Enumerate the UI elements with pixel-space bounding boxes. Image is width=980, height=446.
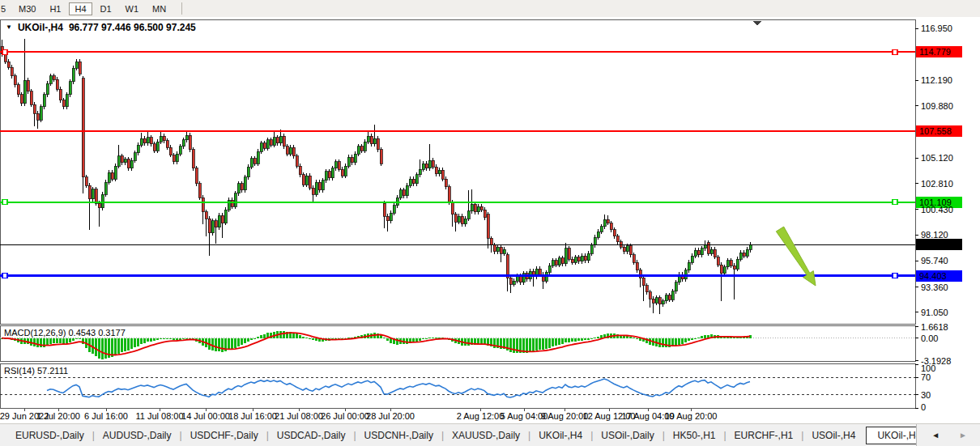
svg-text:9 Aug 20:00: 9 Aug 20:00 bbox=[541, 411, 589, 421]
symbol-tab-ukoil-h4[interactable]: UKOil-,H4 bbox=[866, 427, 916, 444]
svg-text:100: 100 bbox=[921, 363, 935, 373]
timeframe-button-mn[interactable]: MN bbox=[147, 2, 172, 15]
symbol-tab-eurchf-h1[interactable]: EURCHF-,H1 bbox=[727, 427, 801, 444]
svg-text:19 Aug 20:00: 19 Aug 20:00 bbox=[665, 411, 718, 421]
rsi-indicator-label: RSI(14) 57.2111 bbox=[4, 366, 68, 376]
timeframe-button-w1[interactable]: W1 bbox=[120, 2, 145, 15]
svg-text:102.810: 102.810 bbox=[921, 179, 953, 189]
timeframe-button-m30[interactable]: M30 bbox=[13, 2, 41, 15]
symbol-tab-hk50-h1[interactable]: HK50-,H1 bbox=[666, 427, 723, 444]
svg-text:95.740: 95.740 bbox=[921, 256, 948, 265]
svg-text:11 Jul 08:00: 11 Jul 08:00 bbox=[135, 411, 183, 421]
svg-text:26 Jul 00:00: 26 Jul 00:00 bbox=[321, 411, 369, 421]
svg-text:100.430: 100.430 bbox=[921, 205, 953, 215]
symbol-tab-xauusd-daily[interactable]: XAUUSD-,Daily bbox=[445, 427, 527, 444]
svg-text:0.00: 0.00 bbox=[921, 333, 938, 343]
svg-text:107.558: 107.558 bbox=[919, 126, 952, 136]
svg-text:93.360: 93.360 bbox=[921, 282, 948, 292]
svg-text:105.120: 105.120 bbox=[921, 153, 953, 163]
timeframe-button-d1[interactable]: D1 bbox=[95, 2, 117, 15]
svg-text:30: 30 bbox=[921, 390, 931, 400]
symbol-tab-usoil-h4[interactable]: USOil-,H4 bbox=[804, 427, 863, 444]
timeframe-button-h4[interactable]: H4 bbox=[69, 2, 92, 15]
symbol-tab-eurusd-daily[interactable]: EURUSD-,Daily bbox=[8, 427, 92, 444]
svg-text:18 Jul 16:00: 18 Jul 16:00 bbox=[228, 411, 277, 421]
svg-text:2 Aug 12:00: 2 Aug 12:00 bbox=[457, 411, 505, 421]
chart-title: ▼ UKOil-,H4 96.777 97.446 96.500 97.245 bbox=[6, 22, 196, 33]
tab-scroll-right-icon[interactable]: ► bbox=[959, 431, 967, 440]
svg-text:116.950: 116.950 bbox=[921, 23, 952, 33]
tab-scroll-arrows: ◄ ► bbox=[916, 424, 980, 446]
svg-text:21 Jul 08:00: 21 Jul 08:00 bbox=[275, 411, 323, 421]
svg-text:114.779: 114.779 bbox=[919, 47, 951, 57]
chart-symbol-label: UKOil-,H4 bbox=[18, 22, 63, 33]
svg-text:1.6618: 1.6618 bbox=[921, 322, 948, 332]
svg-text:112.190: 112.190 bbox=[921, 75, 952, 85]
svg-text:0: 0 bbox=[921, 402, 926, 412]
symbol-tab-usdchf-daily[interactable]: USDCHF-,Daily bbox=[183, 427, 266, 444]
svg-text:94.403: 94.403 bbox=[919, 271, 947, 281]
toolbar-separator bbox=[181, 2, 182, 15]
svg-text:98.120: 98.120 bbox=[921, 230, 948, 240]
svg-text:109.880: 109.880 bbox=[921, 101, 953, 111]
chart-tab-bar: EURUSD-,Daily|AUDUSD-,Daily|USDCHF-,Dail… bbox=[0, 423, 980, 446]
chart-canvas[interactable]: 114.779107.558101.10994.40397.245116.950… bbox=[0, 17, 980, 423]
symbol-tab-usoil-daily[interactable]: USOil-,Daily bbox=[594, 427, 661, 444]
timeframe-buttons: M30H1H4D1W1MN bbox=[13, 2, 174, 15]
symbol-tab-audusd-daily[interactable]: AUDUSD-,Daily bbox=[96, 427, 179, 444]
timeframe-toolbar: 5 M30H1H4D1W1MN bbox=[0, 0, 980, 18]
macd-indicator-label: MACD(12,26,9) 0.4543 0.3177 bbox=[4, 328, 126, 338]
symbol-tab-usdcad-daily[interactable]: USDCAD-,Daily bbox=[270, 427, 353, 444]
svg-text:91.050: 91.050 bbox=[921, 308, 948, 317]
mt4-terminal: 5 M30H1H4D1W1MN ▼ UKOil-,H4 96.777 97.44… bbox=[0, 0, 980, 446]
svg-text:1 Jul 20:00: 1 Jul 20:00 bbox=[36, 411, 80, 421]
dropdown-triangle-icon: ▼ bbox=[6, 23, 12, 31]
svg-text:70: 70 bbox=[921, 372, 931, 382]
svg-text:97.245: 97.245 bbox=[919, 240, 947, 249]
timeframe-button-clipped[interactable]: 5 bbox=[1, 4, 8, 14]
svg-text:14 Jul 00:00: 14 Jul 00:00 bbox=[181, 411, 230, 421]
tab-scroll-left-icon[interactable]: ◄ bbox=[931, 431, 940, 440]
chart-ohlc-readout: 96.777 97.446 96.500 97.245 bbox=[69, 22, 196, 33]
timeframe-button-h1[interactable]: H1 bbox=[44, 2, 66, 15]
svg-text:6 Jul 16:00: 6 Jul 16:00 bbox=[84, 411, 128, 421]
symbol-tab-ukoil-h4[interactable]: UKOil-,H4 bbox=[531, 427, 590, 444]
chart-tabs: EURUSD-,Daily|AUDUSD-,Daily|USDCHF-,Dail… bbox=[0, 427, 916, 444]
svg-text:28 Jul 20:00: 28 Jul 20:00 bbox=[366, 411, 415, 421]
symbol-tab-usdcnh-daily[interactable]: USDCNH-,Daily bbox=[357, 427, 441, 444]
